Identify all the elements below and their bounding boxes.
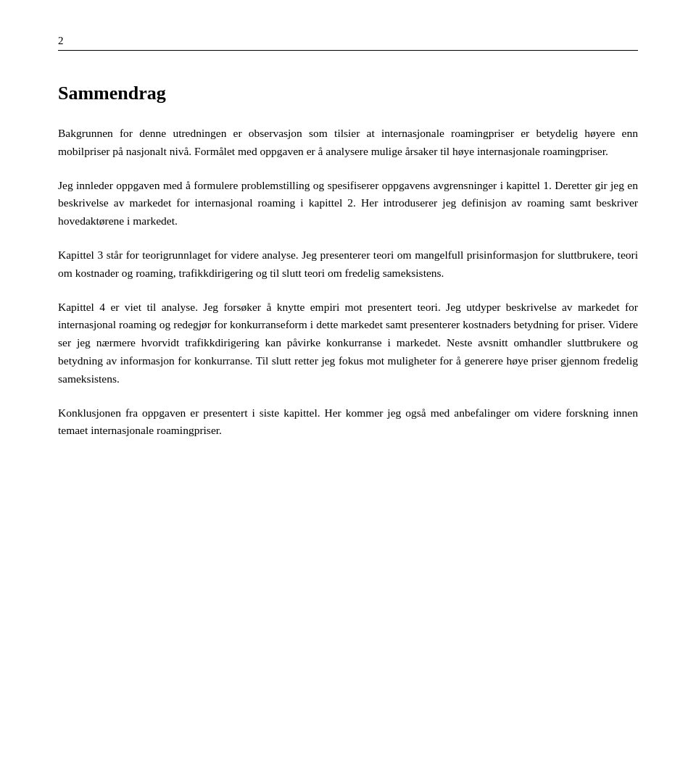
page-number-area: 2 — [58, 35, 638, 77]
top-rule — [58, 50, 638, 51]
section-title: Sammendrag — [58, 83, 638, 104]
paragraph-1: Bakgrunnen for denne utredningen er obse… — [58, 125, 638, 161]
paragraph-5: Konklusjonen fra oppgaven er presentert … — [58, 404, 638, 441]
paragraph-4: Kapittel 4 er viet til analyse. Jeg fors… — [58, 299, 638, 388]
paragraph-2: Jeg innleder oppgaven med å formulere pr… — [58, 177, 638, 230]
paragraph-3: Kapittel 3 står for teorigrunnlaget for … — [58, 246, 638, 283]
page: 2 Sammendrag Bakgrunnen for denne utredn… — [0, 0, 696, 784]
page-number: 2 — [58, 35, 638, 47]
